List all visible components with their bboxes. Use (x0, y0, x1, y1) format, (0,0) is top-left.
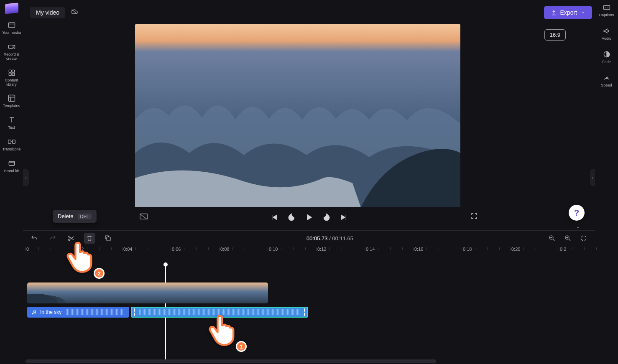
preview-area: 16:9 (23, 24, 595, 225)
nav-label: Templates (3, 104, 20, 108)
ruler-tick: 0:08 (220, 247, 229, 252)
svg-rect-16 (107, 237, 110, 241)
svg-point-12 (606, 77, 607, 79)
skip-end-icon[interactable] (340, 213, 348, 221)
ruler-tick: 0:18 (463, 247, 472, 252)
timeline-lanes[interactable]: In the sky (26, 265, 592, 361)
nav-fade[interactable]: Fade (596, 50, 617, 64)
app-logo-icon (5, 3, 18, 14)
ruler-tick: 0:10 (269, 247, 278, 252)
current-time: 00:05.73 (306, 235, 328, 242)
ruler-tick: 0:14 (366, 247, 375, 252)
ruler-tick: 0:02 (75, 247, 84, 252)
clip-trim-handle-right[interactable] (303, 308, 306, 316)
ruler-tick: 0:12 (317, 247, 326, 252)
project-title-input[interactable]: My video (30, 7, 65, 18)
nav-captions[interactable]: Captions (596, 3, 617, 18)
nav-label: Fade (602, 60, 611, 64)
delete-tooltip: Delete DEL (53, 210, 97, 223)
nav-templates[interactable]: Templates (1, 94, 22, 108)
nav-text[interactable]: Text (1, 116, 22, 130)
clip-trim-handle-left[interactable] (133, 308, 136, 316)
svg-rect-1 (8, 45, 13, 48)
nav-label: Audio (602, 37, 611, 41)
tooltip-label: Delete (58, 213, 74, 219)
ruler-tick: 0:16 (414, 247, 423, 252)
delete-button[interactable] (84, 233, 95, 244)
waveform-icon (139, 309, 300, 315)
ruler-tick: 0:04 (123, 247, 132, 252)
right-nav-rail: Captions Audio Fade Speed (595, 0, 618, 230)
export-label: Export (560, 9, 577, 16)
nav-label: Brand kit (4, 169, 19, 173)
nav-speed[interactable]: Speed (596, 74, 617, 88)
zoom-out-button[interactable] (546, 233, 557, 244)
left-nav-rail: Your media Record & create Content libra… (0, 0, 23, 230)
waveform-icon (65, 309, 125, 315)
svg-rect-2 (9, 70, 11, 72)
player-controls (139, 210, 479, 225)
timeline-timecode: 00:05.73 / 00:11.65 (306, 235, 353, 242)
collapse-panel-icon[interactable]: ⌄ (576, 223, 580, 229)
nav-label: Record & create (1, 53, 22, 61)
zoom-in-button[interactable] (562, 233, 573, 244)
timeline-zoom-controls (546, 233, 589, 244)
nav-brand-kit[interactable]: Brand kit (1, 159, 22, 173)
split-button[interactable] (66, 233, 77, 244)
svg-rect-4 (9, 73, 11, 76)
nav-label: Transitions (3, 148, 21, 152)
seek-forward-icon[interactable] (322, 213, 331, 221)
play-icon[interactable] (305, 213, 313, 221)
nav-label: Speed (601, 84, 612, 88)
duplicate-button[interactable] (102, 233, 113, 244)
nav-content-library[interactable]: Content library (1, 69, 22, 87)
zoom-fit-button[interactable] (578, 233, 589, 244)
nav-label: Content library (1, 79, 22, 87)
ruler-tick: 0:2 (560, 247, 566, 252)
svg-rect-10 (603, 5, 610, 10)
ruler-tick: 0:06 (172, 247, 181, 252)
nav-audio[interactable]: Audio (596, 27, 617, 41)
svg-rect-8 (12, 140, 15, 143)
skip-start-icon[interactable] (270, 213, 278, 221)
nav-record-create[interactable]: Record & create (1, 43, 22, 61)
cloud-sync-off-icon[interactable] (70, 8, 79, 17)
timeline-horizontal-scrollbar[interactable] (26, 359, 436, 363)
video-preview-canvas[interactable] (135, 24, 460, 207)
timeline-ruler[interactable]: 00:020:040:060:080:100:120:140:160:180:2… (23, 247, 595, 257)
svg-rect-7 (8, 140, 11, 143)
ruler-tick: 0:20 (511, 247, 520, 252)
fullscreen-icon[interactable] (470, 212, 478, 221)
svg-rect-6 (8, 95, 15, 102)
nav-label: Text (8, 126, 15, 130)
help-button[interactable]: ? (569, 205, 585, 221)
nav-transitions[interactable]: Transitions (1, 137, 22, 152)
export-button[interactable]: Export (544, 6, 592, 19)
audio-clip-2-selected[interactable] (131, 307, 308, 318)
seek-back-icon[interactable] (287, 213, 296, 221)
tooltip-shortcut: DEL (78, 214, 92, 219)
timeline-toolbar: 00:05.73 / 00:11.65 (23, 231, 595, 246)
music-note-icon (31, 310, 37, 315)
svg-rect-5 (12, 73, 14, 76)
total-time: 00:11.65 (332, 235, 353, 242)
redo-button[interactable] (47, 233, 58, 244)
audio-clip-1[interactable]: In the sky (27, 307, 129, 318)
audio-clip-label: In the sky (40, 309, 61, 315)
svg-rect-9 (9, 161, 14, 165)
timeline-zone: 00:05.73 / 00:11.65 00:020:040:060:080:1… (23, 230, 595, 364)
nav-label: Your media (2, 31, 21, 35)
top-bar: My video Export (30, 5, 592, 20)
svg-rect-3 (12, 70, 14, 72)
nav-label: Captions (599, 13, 614, 18)
nav-your-media[interactable]: Your media (1, 21, 22, 35)
video-clip[interactable] (27, 283, 268, 303)
undo-button[interactable] (29, 233, 40, 244)
ruler-tick: 0 (26, 247, 29, 252)
aspect-ratio-button[interactable]: 16:9 (544, 29, 566, 41)
svg-rect-0 (8, 23, 15, 28)
